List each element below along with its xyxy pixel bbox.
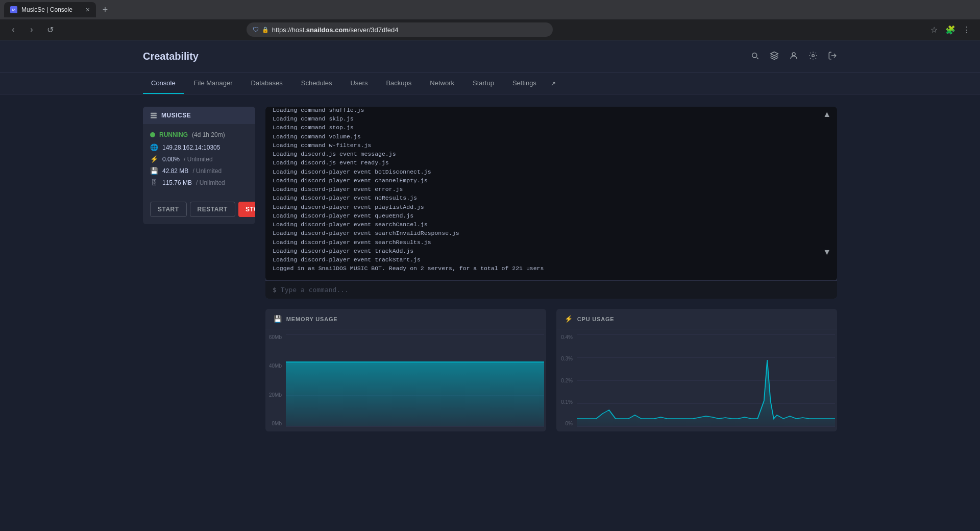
cpu-line-path bbox=[577, 360, 835, 419]
svg-rect-4 bbox=[151, 115, 157, 116]
console-log-line: Loading discord-player event trackStart.… bbox=[273, 255, 830, 264]
console-log-line: Loading discord-player event botDisconne… bbox=[273, 167, 830, 176]
header-icons bbox=[750, 51, 837, 62]
console-output: Loading command debug.jsLoading command … bbox=[265, 107, 837, 280]
tab-settings[interactable]: Settings bbox=[504, 73, 545, 94]
lock-icon: 🔒 bbox=[262, 27, 269, 33]
console-log-line: Logged in as SnailDOS MUSIC BOT. Ready o… bbox=[273, 264, 830, 273]
disk-limit: / Unlimited bbox=[196, 179, 225, 186]
tab-databases[interactable]: Databases bbox=[243, 73, 291, 94]
start-button[interactable]: START bbox=[150, 202, 187, 217]
memory-y-40: 40Mb bbox=[269, 363, 282, 369]
account-icon[interactable] bbox=[789, 51, 798, 62]
app-header: Creatability bbox=[0, 40, 980, 73]
memory-header-icon: 💾 bbox=[274, 315, 282, 323]
address-text: https://host.snaildos.com/server/3d7dfed… bbox=[272, 26, 399, 34]
tab-backups[interactable]: Backups bbox=[378, 73, 420, 94]
console-panel: Loading command debug.jsLoading command … bbox=[265, 107, 837, 299]
cpu-y-0: 0% bbox=[566, 421, 573, 426]
memory-y-0: 0Mb bbox=[272, 421, 282, 426]
search-icon[interactable] bbox=[750, 51, 760, 62]
console-log-line: Loading command w-filters.js bbox=[273, 141, 830, 150]
server-buttons: START RESTART STOP bbox=[143, 198, 255, 224]
cpu-chart-panel: ⚡ CPU USAGE 0.4% 0.3% 0.2% 0.1% 0% bbox=[556, 309, 837, 431]
bookmark-button[interactable]: ☆ bbox=[927, 22, 941, 37]
extensions-button[interactable]: 🧩 bbox=[943, 22, 958, 37]
cpu-grid-bottom bbox=[577, 426, 835, 427]
disk-icon: 🗄 bbox=[150, 179, 158, 186]
svg-rect-3 bbox=[151, 113, 157, 114]
memory-chart-panel: 💾 MEMORY USAGE 60Mb 40Mb 20Mb 0Mb bbox=[265, 309, 546, 431]
memory-limit: / Unlimited bbox=[192, 167, 222, 175]
new-tab-button[interactable]: + bbox=[98, 3, 112, 17]
tab-startup[interactable]: Startup bbox=[464, 73, 502, 94]
restart-button[interactable]: RESTART bbox=[190, 202, 235, 217]
cpu-icon: ⚡ bbox=[150, 155, 158, 163]
stop-button[interactable]: STOP bbox=[238, 202, 255, 217]
memory-chart-area bbox=[286, 334, 544, 426]
cpu-header-icon: ⚡ bbox=[565, 315, 573, 323]
grid-line-bottom bbox=[286, 426, 544, 427]
memory-chart-header: 💾 MEMORY USAGE bbox=[265, 309, 546, 329]
console-log-line: Loading discord-player event trackAdd.js bbox=[273, 247, 830, 255]
cpu-y-0.4: 0.4% bbox=[561, 334, 573, 340]
browser-chrome: M MusicSe | Console × + ‹ › ↺ 🛡 🔒 https:… bbox=[0, 0, 980, 40]
cpu-chart-svg bbox=[577, 334, 835, 426]
memory-y-60: 60Mb bbox=[269, 334, 282, 340]
menu-button[interactable]: ⋮ bbox=[960, 22, 974, 37]
charts-row: 💾 MEMORY USAGE 60Mb 40Mb 20Mb 0Mb bbox=[265, 309, 837, 431]
server-ip: 149.28.162.14:10305 bbox=[162, 144, 220, 151]
console-log-line: Loading command volume.js bbox=[273, 132, 830, 141]
tab-title: MusicSe | Console bbox=[21, 6, 72, 13]
settings-icon[interactable] bbox=[808, 51, 818, 62]
tab-console[interactable]: Console bbox=[143, 73, 184, 94]
security-icon: 🛡 bbox=[253, 26, 259, 33]
back-button[interactable]: ‹ bbox=[6, 22, 20, 37]
console-log-line: Loading discord-player event searchCance… bbox=[273, 220, 830, 229]
console-log-line: Loading command shuffle.js bbox=[273, 107, 830, 114]
memory-y-labels: 60Mb 40Mb 20Mb 0Mb bbox=[265, 334, 284, 426]
tab-close-button[interactable]: × bbox=[86, 6, 90, 13]
memory-fill-path bbox=[286, 362, 544, 426]
console-log[interactable]: Loading command debug.jsLoading command … bbox=[265, 107, 837, 280]
active-tab[interactable]: M MusicSe | Console × bbox=[4, 2, 96, 17]
status-label: RUNNING bbox=[159, 131, 188, 138]
forward-button[interactable]: › bbox=[24, 22, 39, 37]
cpu-y-0.3: 0.3% bbox=[561, 356, 573, 361]
console-log-line: Loading discord-player event error.js bbox=[273, 185, 830, 194]
memory-chart-title: MEMORY USAGE bbox=[286, 316, 338, 322]
disk-usage: 115.76 MB bbox=[162, 179, 192, 186]
tab-users[interactable]: Users bbox=[342, 73, 376, 94]
external-link-icon[interactable]: ↗ bbox=[547, 74, 560, 93]
address-bar[interactable]: 🛡 🔒 https://host.snaildos.com/server/3d7… bbox=[247, 22, 553, 37]
scroll-down-button[interactable]: ▼ bbox=[823, 248, 831, 257]
browser-actions: ☆ 🧩 ⋮ bbox=[927, 22, 974, 37]
nav-tabs: Console File Manager Databases Schedules… bbox=[0, 73, 980, 94]
tab-file-manager[interactable]: File Manager bbox=[186, 73, 241, 94]
console-prompt: $ bbox=[273, 286, 277, 294]
status-uptime: (4d 1h 20m) bbox=[192, 131, 225, 138]
server-sidebar: MUSICSE RUNNING (4d 1h 20m) 🌐 149.28.162… bbox=[143, 107, 255, 431]
console-input[interactable] bbox=[281, 286, 830, 294]
memory-row: 💾 42.82 MB / Unlimited bbox=[150, 167, 248, 175]
console-log-line: Loading command skip.js bbox=[273, 114, 830, 123]
network-icon: 🌐 bbox=[150, 143, 158, 151]
svg-point-0 bbox=[792, 53, 795, 56]
status-dot bbox=[150, 132, 155, 137]
refresh-button[interactable]: ↺ bbox=[43, 22, 57, 37]
cpu-y-0.2: 0.2% bbox=[561, 378, 573, 383]
cpu-row: ⚡ 0.00% / Unlimited bbox=[150, 155, 248, 163]
console-log-line: Loading discord.js event message.js bbox=[273, 150, 830, 158]
console-log-line: Loading discord-player event searchResul… bbox=[273, 238, 830, 247]
scroll-up-button[interactable]: ▲ bbox=[823, 110, 831, 119]
server-info: RUNNING (4d 1h 20m) 🌐 149.28.162.14:1030… bbox=[143, 124, 255, 198]
tab-schedules[interactable]: Schedules bbox=[293, 73, 340, 94]
logout-icon[interactable] bbox=[828, 51, 837, 62]
status-row: RUNNING (4d 1h 20m) bbox=[150, 131, 248, 138]
console-log-line: Loading command stop.js bbox=[273, 123, 830, 132]
tab-network[interactable]: Network bbox=[422, 73, 462, 94]
nav-bar: ‹ › ↺ 🛡 🔒 https://host.snaildos.com/serv… bbox=[0, 19, 980, 40]
cpu-chart-title: CPU USAGE bbox=[577, 316, 615, 322]
console-log-line: Loading discord-player event searchInval… bbox=[273, 229, 830, 237]
layers-icon[interactable] bbox=[770, 51, 779, 62]
